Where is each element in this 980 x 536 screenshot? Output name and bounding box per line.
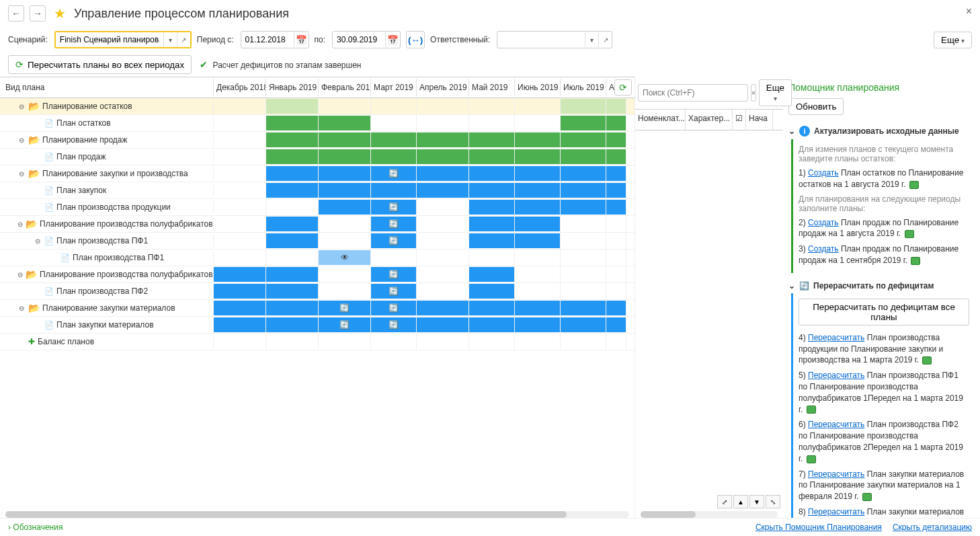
assistant-note: Для измения планов с текущего момента за… xyxy=(799,145,969,163)
recalc-all-deficits-button[interactable]: Перерасчитать по дефицитам все планы xyxy=(799,299,969,326)
favorite-star-icon[interactable]: ★ xyxy=(54,5,66,22)
refresh-icon: 🔄 xyxy=(389,236,399,245)
column-month[interactable]: Январь 2019 xyxy=(266,79,319,96)
legend-toggle[interactable]: › Обозначения xyxy=(8,523,63,532)
calendar-icon[interactable] xyxy=(807,406,816,414)
assistant-update-button[interactable]: Обновить xyxy=(788,98,844,115)
more-button-middle[interactable]: Еще xyxy=(759,79,792,106)
recalc-link[interactable]: Перерасчитать xyxy=(808,420,864,429)
create-link[interactable]: Создать xyxy=(808,244,839,254)
column-plan-type[interactable]: Вид плана xyxy=(0,79,214,96)
column-checkbox[interactable]: ☑ xyxy=(733,110,746,130)
expand-icon[interactable]: ⊖ xyxy=(34,237,42,245)
grid-refresh-button[interactable]: ⟳ xyxy=(614,79,632,95)
grid-row[interactable]: ✚Баланс планов xyxy=(0,334,635,350)
recalc-link[interactable]: Перерасчитать xyxy=(808,469,864,479)
column-month[interactable]: Март 2019 xyxy=(371,79,417,96)
grid-row[interactable]: ⊖📂Планирование остатков xyxy=(0,98,635,115)
expand-icon[interactable]: ⊖ xyxy=(17,137,26,144)
calendar-icon[interactable] xyxy=(862,493,872,501)
grid-row[interactable]: ⊖📂Планирование закупки и производства🔄 xyxy=(0,165,635,182)
grid-row[interactable]: 📄План остатков xyxy=(0,115,635,132)
nav-forward-button[interactable]: → xyxy=(30,5,46,22)
search-input[interactable] xyxy=(638,84,748,102)
grid-row[interactable]: 📄План производства ПФ1👁 xyxy=(0,250,635,266)
search-clear-button[interactable]: × xyxy=(751,84,756,102)
create-link[interactable]: Создать xyxy=(808,168,839,178)
refresh-icon: 🔄 xyxy=(389,303,399,313)
calendar-icon[interactable] xyxy=(911,257,920,265)
date-to-picker-button[interactable]: 📅 xyxy=(385,32,400,47)
expand-icon[interactable]: ⊖ xyxy=(17,305,26,312)
chevron-down-icon: ⌄ xyxy=(788,126,795,136)
grid-row[interactable]: ⊖📂Планирование продаж xyxy=(0,132,635,149)
refresh-icon: 🔄 xyxy=(339,320,350,330)
date-from-input[interactable] xyxy=(241,32,294,47)
assistant-item: 5) Перерасчитать План производства ПФ1 п… xyxy=(799,370,969,415)
calendar-icon[interactable] xyxy=(909,181,919,189)
grid-row[interactable]: ⊖📂Планирование производства полуфабрикат… xyxy=(0,266,635,283)
expand-icon[interactable]: ⊖ xyxy=(17,271,23,278)
create-link[interactable]: Создать xyxy=(808,218,839,227)
expand-icon[interactable]: ⊖ xyxy=(17,221,23,228)
eye-icon: 👁 xyxy=(341,253,349,262)
responsible-dropdown-button[interactable]: ▾ xyxy=(585,32,598,47)
column-characteristic[interactable]: Характер... xyxy=(686,110,733,130)
section-recalc-header[interactable]: ⌄ 🔄 Перерасчитать по дефицитам xyxy=(788,278,975,293)
folder-icon: 📂 xyxy=(26,269,37,280)
grid-row[interactable]: ⊖📂Планирование производства полуфабрикат… xyxy=(0,216,635,233)
column-month[interactable]: Июнь 2019 xyxy=(515,79,561,96)
column-month[interactable]: Декабрь 2018 xyxy=(214,79,266,96)
column-nomenclature[interactable]: Номенклат... xyxy=(635,110,686,130)
refresh-icon: 🔄 xyxy=(389,219,399,229)
date-to-input[interactable] xyxy=(333,32,385,47)
hide-detail-link[interactable]: Скрыть детализацию xyxy=(893,523,972,532)
calendar-icon[interactable] xyxy=(905,230,914,238)
grid-row[interactable]: 📄План продаж xyxy=(0,149,635,165)
calendar-icon[interactable] xyxy=(807,455,816,463)
responsible-input[interactable] xyxy=(497,32,585,47)
folder-icon: 📂 xyxy=(28,168,40,179)
column-month[interactable]: Апрель 2019 xyxy=(417,79,469,96)
folder-icon: 📂 xyxy=(28,303,40,313)
row-label-text: План остатков xyxy=(56,118,111,128)
grid-row[interactable]: 📄План закупки материалов🔄🔄 xyxy=(0,317,635,334)
grid-row[interactable]: 📄План производства ПФ2🔄 xyxy=(0,283,635,300)
grid-row[interactable]: ⊖📂Планирование закупки материалов🔄🔄 xyxy=(0,300,635,317)
period-toggle-button[interactable]: (↔) xyxy=(406,31,425,48)
hide-assistant-link[interactable]: Скрыть Помощник Планирования xyxy=(756,523,882,532)
date-from-picker-button[interactable]: 📅 xyxy=(294,32,309,47)
detail-tool-2[interactable]: ▲ xyxy=(733,495,748,508)
grid-row[interactable]: ⊖📄План производства ПФ1🔄 xyxy=(0,233,635,250)
scenario-input[interactable] xyxy=(56,32,163,47)
detail-tool-3[interactable]: ▼ xyxy=(749,495,764,508)
responsible-open-button[interactable]: ↗ xyxy=(598,32,612,47)
recalc-link[interactable]: Перерасчитать xyxy=(808,371,864,380)
detail-tool-4[interactable]: ⤡ xyxy=(766,495,780,508)
assistant-item: 4) Перерасчитать План производства проду… xyxy=(799,332,969,366)
recalculate-all-button[interactable]: ⟳ Пересчитать планы во всех периодах xyxy=(8,55,192,74)
scenario-dropdown-button[interactable]: ▾ xyxy=(163,32,177,47)
more-button-top[interactable]: Еще xyxy=(934,32,972,48)
expand-icon[interactable]: ⊖ xyxy=(17,170,26,178)
expand-icon[interactable]: ⊖ xyxy=(17,103,26,110)
close-icon[interactable]: × xyxy=(966,5,972,17)
grid-row[interactable]: 📄План производства продукции🔄 xyxy=(0,199,635,216)
nav-back-button[interactable]: ← xyxy=(8,5,24,22)
column-start[interactable]: Нача xyxy=(746,110,773,130)
row-label-text: План производства продукции xyxy=(56,202,171,212)
recalc-link[interactable]: Перерасчитать xyxy=(808,507,864,516)
row-label-text: План продаж xyxy=(56,152,106,161)
recalc-link[interactable]: Перерасчитать xyxy=(808,333,864,342)
horizontal-scrollbar[interactable] xyxy=(5,511,629,518)
column-month[interactable]: Май 2019 xyxy=(469,79,515,96)
grid-row[interactable]: 📄План закупок xyxy=(0,182,635,199)
column-month[interactable]: Июль 2019 xyxy=(561,79,606,96)
column-month[interactable]: Февраль 2019 xyxy=(319,79,371,96)
refresh-icon: 🔄 xyxy=(339,303,350,313)
section-actualize-header[interactable]: ⌄ i Актуализировать исходные данные xyxy=(788,123,975,139)
scenario-open-button[interactable]: ↗ xyxy=(177,32,190,47)
calendar-icon[interactable] xyxy=(922,356,932,365)
detail-horizontal-scrollbar[interactable] xyxy=(641,511,778,518)
detail-tool-1[interactable]: ⤢ xyxy=(717,495,732,508)
